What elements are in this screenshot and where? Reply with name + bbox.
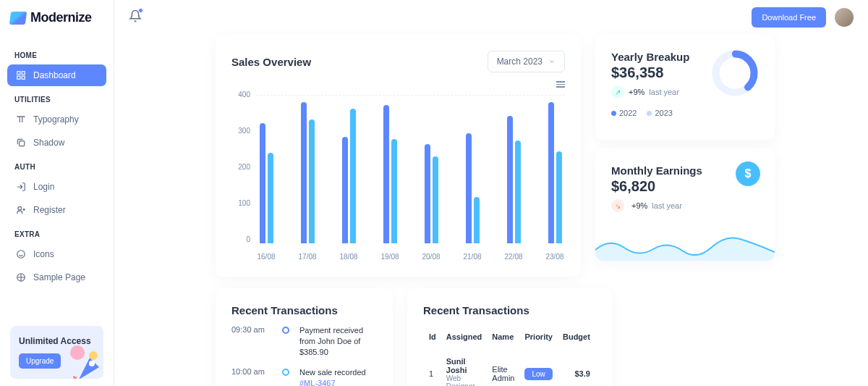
main: Download Free Sales Overview March 2023 <box>114 0 868 386</box>
svg-rect-4 <box>20 141 25 146</box>
sidebar-item-label: Register <box>33 205 66 215</box>
timeline-dot <box>282 327 289 334</box>
th-priority: Priority <box>520 325 557 348</box>
bar-group <box>256 123 276 243</box>
table-row[interactable]: 1 Sunil Joshi Web Designer Elite Admin L… <box>425 350 595 387</box>
upgrade-button[interactable]: Upgrade <box>19 353 61 369</box>
sales-chart: 4003002001000 16/0817/0818/0819/0820/082… <box>231 91 565 261</box>
cell-id: 1 <box>425 350 441 387</box>
sidebar-item-dashboard[interactable]: Dashboard <box>7 64 106 86</box>
timeline-link[interactable]: #ML-3467 <box>299 379 336 386</box>
section-home: HOME <box>7 47 106 64</box>
timeline-row: 10:00 amNew sale recorded#ML-3467 <box>231 367 377 386</box>
bar-group <box>421 144 441 243</box>
svg-rect-0 <box>17 72 20 75</box>
avatar[interactable] <box>835 8 854 27</box>
table-title: Recent Transactions <box>423 304 596 316</box>
brand-name: Modernize <box>30 10 92 25</box>
brand-logo[interactable]: Modernize <box>7 10 106 25</box>
dashboard-icon <box>16 70 26 80</box>
dollar-icon: $ <box>736 161 760 186</box>
bar-group <box>503 116 524 243</box>
user-plus-icon <box>16 205 26 215</box>
notification-badge <box>138 8 143 13</box>
cell-name: Elite Admin <box>488 350 519 387</box>
bar-group <box>545 102 565 243</box>
section-auth: AUTH <box>7 159 106 175</box>
topbar: Download Free <box>114 0 868 35</box>
smile-icon <box>16 249 26 259</box>
monthly-earnings-card: Monthly Earnings $6,820 ↘ +9% last year … <box>595 148 775 261</box>
transactions-table-card: Recent Transactions Id Assigned Name Pri… <box>407 288 612 387</box>
chart-menu-icon[interactable] <box>556 81 565 88</box>
monthly-delta: +9% <box>631 201 647 210</box>
yearly-delta: +9% <box>629 88 644 96</box>
timeline-text: New sale recorded#ML-3467 <box>299 367 366 386</box>
monthly-value: $6,820 <box>611 178 759 195</box>
section-utilities: UTILITIES <box>7 91 106 108</box>
sidebar-item-label: Icons <box>33 249 54 259</box>
transactions-timeline-card: Recent Transactions 09:30 amPayment rece… <box>216 288 393 387</box>
sidebar-item-icons[interactable]: Icons <box>7 243 106 265</box>
svg-rect-1 <box>22 72 25 75</box>
period-select[interactable]: March 2023 <box>488 51 565 72</box>
bar-group <box>339 109 359 243</box>
sidebar: Modernize HOME Dashboard UTILITIES Typog… <box>0 0 114 386</box>
sidebar-item-shadow[interactable]: Shadow <box>7 132 106 154</box>
promo-card: Unlimited Access Upgrade <box>10 326 103 379</box>
transactions-title: Recent Transactions <box>231 304 377 316</box>
timeline-row: 09:30 amPayment received from John Doe o… <box>231 325 377 358</box>
svg-rect-2 <box>17 76 20 79</box>
sidebar-item-login[interactable]: Login <box>7 176 106 198</box>
cell-priority: Low <box>520 350 557 387</box>
sidebar-item-label: Shadow <box>33 138 64 148</box>
bar-group <box>462 133 482 243</box>
th-assigned: Assigned <box>442 325 487 348</box>
period-value: March 2023 <box>497 56 542 67</box>
yearly-sub: last year <box>649 88 679 96</box>
sales-overview-card: Sales Overview March 2023 4003002001000 … <box>216 35 581 277</box>
section-extra: EXTRA <box>7 226 106 243</box>
timeline-time: 09:30 am <box>231 325 272 358</box>
bar-group <box>297 102 318 243</box>
arrow-up-icon: ↗ <box>611 85 624 98</box>
th-budget: Budget <box>558 325 595 348</box>
bar-group <box>380 105 400 243</box>
sidebar-item-typography[interactable]: Typography <box>7 109 106 130</box>
timeline-dot <box>282 369 289 376</box>
arrow-down-icon: ↘ <box>611 199 624 212</box>
sidebar-item-label: Login <box>33 182 54 192</box>
svg-point-8 <box>70 345 85 360</box>
svg-point-6 <box>17 251 25 259</box>
yearly-breakup-card: Yearly Breakup $36,358 ↗ +9% last year 2… <box>595 35 775 140</box>
type-icon <box>16 114 26 125</box>
aperture-icon <box>16 272 26 282</box>
svg-point-10 <box>89 361 95 366</box>
login-icon <box>16 182 26 192</box>
timeline-text: Payment received from John Doe of $385.9… <box>299 325 377 358</box>
svg-point-5 <box>18 206 22 210</box>
sales-title: Sales Overview <box>231 56 311 68</box>
legend-2022: 2022 <box>611 109 637 117</box>
svg-rect-3 <box>22 76 25 79</box>
copy-icon <box>16 138 26 148</box>
sidebar-item-sample[interactable]: Sample Page <box>7 267 106 288</box>
sidebar-item-label: Typography <box>33 114 79 125</box>
sparkline-chart <box>595 232 775 261</box>
timeline-time: 10:00 am <box>231 367 272 386</box>
cell-budget: $3.9 <box>558 350 595 387</box>
cell-assigned: Sunil Joshi Web Designer <box>442 350 487 387</box>
notifications-button[interactable] <box>129 9 142 25</box>
download-button[interactable]: Download Free <box>752 7 826 28</box>
sidebar-item-register[interactable]: Register <box>7 199 106 221</box>
rocket-icon <box>64 340 103 379</box>
th-id: Id <box>425 325 441 348</box>
brand-logo-mark <box>9 12 27 25</box>
chevron-down-icon <box>548 58 556 65</box>
monthly-sub: last year <box>652 201 682 210</box>
transactions-table: Id Assigned Name Priority Budget 1 Sunil… <box>423 324 596 387</box>
sidebar-item-label: Sample Page <box>33 272 85 282</box>
legend-2023: 2023 <box>647 109 672 117</box>
donut-chart <box>710 48 760 98</box>
th-name: Name <box>488 325 519 348</box>
